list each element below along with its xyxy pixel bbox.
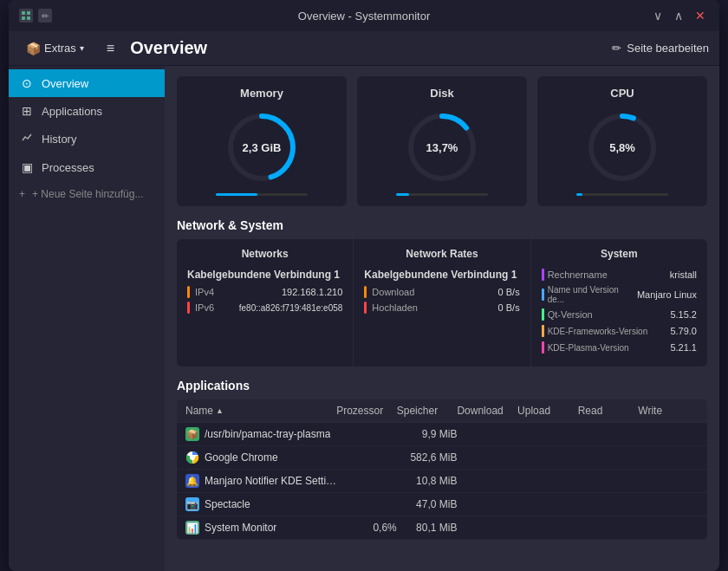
edit-icon: ✏ — [612, 42, 621, 55]
table-row[interactable]: 📦 /usr/bin/pamac-tray-plasma 9,9 MiB — [177, 423, 707, 446]
svg-point-11 — [190, 455, 195, 460]
col-header-download[interactable]: Download — [457, 405, 517, 417]
overview-icon: ⊙ — [19, 76, 35, 90]
content-area: Memory 2,3 GiB Disk — [165, 66, 719, 571]
hamburger-button[interactable]: ≡ — [100, 37, 121, 60]
download-dot — [364, 286, 367, 298]
frameworks-val: 5.79.0 — [670, 326, 697, 336]
window-title: Overview - Systemmonitor — [298, 10, 430, 23]
app-row-name-0: 📦 /usr/bin/pamac-tray-plasma — [185, 427, 336, 441]
qt-val: 5.15.2 — [670, 309, 697, 320]
window-controls: ∨ ∧ ✕ — [650, 9, 709, 23]
app-name-3: Spectacle — [205, 498, 250, 510]
frameworks-key: KDE-Frameworks-Version — [548, 327, 667, 336]
svg-rect-1 — [27, 11, 30, 15]
applications-section: Applications Name ▲ Prozessor Speicher — [177, 379, 707, 540]
sidebar-item-applications[interactable]: ⊞ Applications — [9, 97, 165, 125]
col-header-write[interactable]: Write — [638, 405, 699, 417]
app-row-name-3: 📷 Spectacle — [185, 497, 336, 511]
extras-menu-button[interactable]: 📦 Extras ▾ — [19, 38, 91, 59]
table-row[interactable]: 🔔 Manjaro Notifier KDE Settings 10,8 MiB — [177, 470, 707, 493]
disk-bar — [396, 193, 488, 196]
system-col: System Rechnername kristall Name und Ver… — [531, 239, 707, 367]
plasma-dot — [542, 341, 544, 354]
disk-title: Disk — [430, 87, 453, 100]
sidebar: ⊙ Overview ⊞ Applications History ▣ Proc… — [9, 66, 165, 571]
extras-chevron-icon: ▾ — [80, 43, 84, 53]
upload-value: 0 B/s — [498, 302, 520, 313]
maximize-button[interactable]: ∧ — [671, 9, 686, 23]
apps-table-header: Name ▲ Prozessor Speicher Download — [177, 399, 707, 423]
network-connection-name: Kabelgebundene Verbindung 1 — [187, 269, 342, 281]
col-header-speicher[interactable]: Speicher — [397, 405, 458, 417]
close-button[interactable]: ✕ — [692, 9, 709, 23]
system-col-title: System — [542, 248, 697, 260]
applications-section-title: Applications — [177, 379, 707, 393]
networks-col: Networks Kabelgebundene Verbindung 1 IPv… — [177, 239, 354, 367]
app-window: ✏ Overview - Systemmonitor ∨ ∧ ✕ 📦 Extra… — [9, 0, 719, 571]
app-mem-0: 9,9 MiB — [397, 428, 458, 440]
history-icon — [19, 132, 35, 146]
disk-circle: 13,7% — [403, 108, 481, 186]
app-icon-0: 📦 — [185, 427, 199, 441]
ipv6-value: fe80::a826:f719:481e:e058 — [239, 303, 343, 313]
applications-table: Name ▲ Prozessor Speicher Download — [177, 399, 707, 540]
col-header-upload[interactable]: Upload — [517, 405, 578, 417]
upload-dot — [364, 302, 367, 314]
plasma-val: 5.21.1 — [670, 342, 697, 353]
cpu-title: CPU — [610, 87, 634, 100]
app-name-4: System Monitor — [205, 522, 276, 534]
name-key: Name und Version de... — [548, 285, 634, 304]
sidebar-add-page-button[interactable]: + + Neue Seite hinzufüg... — [9, 181, 165, 207]
upload-label: Hochladen — [372, 302, 418, 313]
page-title: Overview — [130, 38, 207, 58]
memory-gauge: Memory 2,3 GiB — [177, 76, 347, 206]
svg-rect-2 — [22, 16, 25, 20]
app-mem-4: 80,1 MiB — [397, 522, 458, 534]
sys-rechnername-row: Rechnername kristall — [542, 269, 697, 281]
rates-col-title: Network Rates — [364, 248, 519, 260]
sidebar-item-overview[interactable]: ⊙ Overview — [9, 69, 165, 97]
sys-name-row: Name und Version de... Manjaro Linux — [542, 285, 697, 304]
col-header-read[interactable]: Read — [578, 405, 639, 417]
app-name-0: /usr/bin/pamac-tray-plasma — [205, 428, 330, 440]
qt-dot — [542, 308, 544, 321]
add-icon: + — [19, 188, 25, 200]
rates-col: Network Rates Kabelgebundene Verbindung … — [354, 239, 530, 367]
svg-rect-0 — [22, 11, 25, 15]
col-header-prozessor[interactable]: Prozessor — [336, 405, 397, 417]
sidebar-item-processes[interactable]: ▣ Processes — [9, 153, 165, 181]
rates-connection-name: Kabelgebundene Verbindung 1 — [364, 269, 519, 281]
col-header-name[interactable]: Name ▲ — [185, 405, 336, 417]
titlebar: ✏ Overview - Systemmonitor ∨ ∧ ✕ — [9, 0, 719, 31]
minimize-button[interactable]: ∨ — [650, 9, 666, 23]
sidebar-item-history[interactable]: History — [9, 125, 165, 153]
network-ipv4-row: IPv4 192.168.1.210 — [187, 286, 342, 298]
sys-qt-row: Qt-Version 5.15.2 — [542, 308, 697, 321]
sort-icon: ▲ — [216, 406, 224, 415]
ipv6-label: IPv6 — [195, 302, 221, 313]
download-value: 0 B/s — [498, 287, 520, 297]
memory-bar — [216, 193, 308, 196]
rechnername-val: kristall — [670, 269, 697, 280]
ipv4-label: IPv4 — [195, 287, 221, 297]
network-section: Network & System Networks Kabelgebundene… — [177, 218, 707, 367]
app-icon-2: 🔔 — [185, 474, 199, 488]
disk-value: 13,7% — [426, 141, 458, 154]
network-ipv6-row: IPv6 fe80::a826:f719:481e:e058 — [187, 302, 342, 314]
cpu-bar-fill — [576, 193, 582, 196]
pen-icon[interactable]: ✏ — [38, 9, 52, 23]
table-row[interactable]: 📊 System Monitor 0,6% 80,1 MiB — [177, 516, 707, 540]
app-proc-4: 0,6% — [336, 522, 397, 534]
edit-page-button[interactable]: ✏ Seite bearbeiten — [612, 42, 709, 55]
rechnername-dot — [542, 269, 544, 281]
table-row[interactable]: 📷 Spectacle 47,0 MiB — [177, 493, 707, 516]
sidebar-item-label: Overview — [42, 77, 88, 90]
network-section-title: Network & System — [177, 218, 707, 232]
table-row[interactable]: Google Chrome 582,6 MiB — [177, 446, 707, 470]
svg-rect-3 — [27, 16, 30, 20]
sidebar-item-label: Processes — [42, 161, 94, 174]
network-grid: Networks Kabelgebundene Verbindung 1 IPv… — [177, 239, 707, 367]
cpu-gauge: CPU 5,8% — [537, 76, 707, 206]
app-name-1: Google Chrome — [205, 451, 278, 464]
